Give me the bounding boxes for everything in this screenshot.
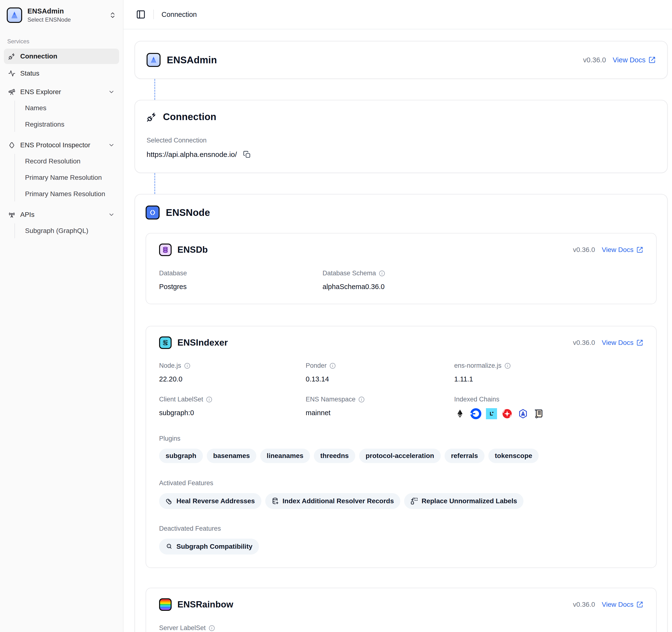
radio-tower-icon	[8, 211, 16, 218]
circuit-board-icon	[162, 339, 169, 346]
chevron-down-icon[interactable]	[108, 89, 115, 95]
angle-brackets-icon	[148, 209, 157, 217]
field-nodejs: Node.js 22.20.0	[159, 362, 306, 383]
sidebar-item-label: ENS Protocol Inspector	[20, 141, 90, 149]
info-icon[interactable]	[379, 270, 385, 276]
field-ens-namespace: ENS Namespace mainnet	[306, 396, 454, 419]
chevrons-up-down-icon[interactable]	[109, 11, 116, 19]
field-indexed-chains: Indexed Chains	[454, 396, 643, 419]
protocol-inspector-sublist: Record Resolution Primary Name Resolutio…	[15, 154, 119, 201]
ensdb-card-title: ENSDb	[177, 245, 208, 255]
ensrainbow-logo	[159, 598, 172, 611]
external-link-icon	[648, 56, 656, 64]
sidebar-item-connection[interactable]: Connection	[4, 49, 119, 64]
services-section-label: Services	[7, 38, 119, 45]
sidebar-toggle-button[interactable]	[136, 9, 146, 19]
sidebar-item-apis[interactable]: APIs	[4, 207, 119, 222]
activated-features-label: Activated Features	[159, 480, 643, 487]
sidebar-item-primary-name-resolution[interactable]: Primary Name Resolution	[21, 170, 119, 185]
connector-line	[154, 79, 155, 100]
sidebar: ENSAdmin Select ENSNode Services Connect…	[0, 0, 123, 632]
ensnode-card-title: ENSNode	[166, 207, 210, 218]
ensindexer-logo	[159, 337, 172, 349]
ensnode-logo	[146, 205, 160, 219]
ensindexer-card-title: ENSIndexer	[177, 338, 228, 348]
info-icon[interactable]	[504, 363, 511, 369]
sidebar-item-label: APIs	[20, 211, 34, 219]
indexed-chains-label: Indexed Chains	[454, 396, 643, 403]
ensadmin-logo	[147, 53, 161, 67]
apis-sublist: Subgraph (GraphQL)	[15, 223, 119, 238]
external-link-icon	[637, 246, 643, 253]
ensrainbow-view-docs-link[interactable]: View Docs	[602, 601, 643, 608]
field-server-labelset: Server LabelSet subgraph:0	[159, 624, 643, 632]
ensindexer-card: ENSIndexer v0.36.0 View Docs Node.js	[146, 326, 656, 568]
chain-base-icon	[470, 408, 482, 419]
sidebar-item-subgraph-graphql[interactable]: Subgraph (GraphQL)	[21, 223, 119, 238]
copy-icon	[243, 151, 251, 159]
feature-chip-heal-reverse-addresses: Heal Reverse Addresses	[159, 493, 261, 509]
connection-card-title: Connection	[163, 112, 216, 122]
info-icon[interactable]	[209, 625, 215, 631]
plug-zap-icon	[8, 53, 16, 60]
plugin-chip: protocol-acceleration	[359, 448, 441, 463]
breadcrumb: Connection	[162, 10, 197, 19]
ensindexer-view-docs-link[interactable]: View Docs	[602, 339, 643, 346]
connection-url: https://api.alpha.ensnode.io/	[147, 150, 237, 159]
sidebar-item-primary-names-resolution[interactable]: Primary Names Resolution	[21, 187, 119, 201]
app-subtitle: Select ENSNode	[27, 16, 71, 23]
field-database: Database Postgres	[159, 270, 322, 291]
sidebar-item-label: ENS Explorer	[20, 88, 61, 96]
ensdb-version: v0.36.0	[573, 246, 595, 254]
plugins-row: subgraph basenames lineanames threedns p…	[159, 448, 643, 463]
chain-ethereum-icon	[454, 408, 466, 419]
plugins-label: Plugins	[159, 435, 643, 442]
feature-chip-subgraph-compatibility: Subgraph Compatibility	[159, 539, 259, 555]
ensindexer-version: v0.36.0	[573, 339, 595, 346]
ensadmin-view-docs-link[interactable]: View Docs	[613, 56, 656, 64]
sidebar-item-registrations[interactable]: Registrations	[21, 117, 119, 132]
chevron-down-icon[interactable]	[108, 211, 115, 218]
info-icon[interactable]	[206, 396, 212, 403]
sidebar-item-ens-protocol-inspector[interactable]: ENS Protocol Inspector	[4, 138, 119, 153]
main-area: Connection ENSAdmin v0.36.0 View Docs	[123, 0, 672, 632]
ensadmin-logo	[7, 7, 22, 23]
info-icon[interactable]	[330, 363, 336, 369]
chain-scroll-icon	[533, 408, 545, 419]
plug-zap-icon	[147, 112, 157, 122]
sidebar-item-ens-explorer[interactable]: ENS Explorer	[4, 84, 119, 100]
feature-chip-replace-unnormalized-labels: Replace Unnormalized Labels	[404, 493, 524, 509]
database-plus-icon	[272, 497, 279, 505]
ensdb-view-docs-link[interactable]: View Docs	[602, 246, 643, 254]
sidebar-item-names[interactable]: Names	[21, 101, 119, 116]
ens-explorer-sublist: Names Registrations	[15, 101, 119, 132]
page-content: ENSAdmin v0.36.0 View Docs Connection Se…	[123, 29, 672, 632]
deactivated-features-label: Deactivated Features	[159, 525, 643, 532]
activity-icon	[8, 70, 16, 77]
connection-card: Connection Selected Connection https://a…	[135, 100, 668, 173]
feature-chip-index-additional-resolver-records: Index Additional Resolver Records	[265, 493, 401, 509]
plugin-chip: referrals	[445, 448, 484, 463]
ensrainbow-card-title: ENSRainbow	[177, 600, 233, 610]
ensnode-selector[interactable]: ENSAdmin Select ENSNode	[4, 5, 119, 25]
topbar-divider	[153, 9, 154, 19]
copy-url-button[interactable]	[243, 151, 251, 159]
ensnode-card: ENSNode ENSDb v0.36.0 View Docs	[135, 194, 668, 632]
activated-features-row: Heal Reverse Addresses Index Additional …	[159, 493, 643, 509]
ens-triangle-icon	[149, 55, 158, 64]
info-icon[interactable]	[184, 363, 190, 369]
sidebar-item-record-resolution[interactable]: Record Resolution	[21, 154, 119, 169]
deactivated-features-row: Subgraph Compatibility	[159, 539, 643, 555]
plugin-chip: lineanames	[260, 448, 310, 463]
plugin-chip: threedns	[314, 448, 355, 463]
sidebar-item-label: Status	[20, 70, 39, 77]
sidebar-item-status[interactable]: Status	[4, 66, 119, 81]
plugin-chip: tokenscope	[488, 448, 539, 463]
connector-line	[154, 173, 155, 194]
info-icon[interactable]	[358, 396, 365, 403]
ens-triangle-icon	[9, 10, 19, 20]
topbar: Connection	[123, 0, 672, 29]
app-title: ENSAdmin	[27, 7, 71, 15]
external-link-icon	[637, 601, 643, 608]
chevron-down-icon[interactable]	[108, 142, 115, 148]
